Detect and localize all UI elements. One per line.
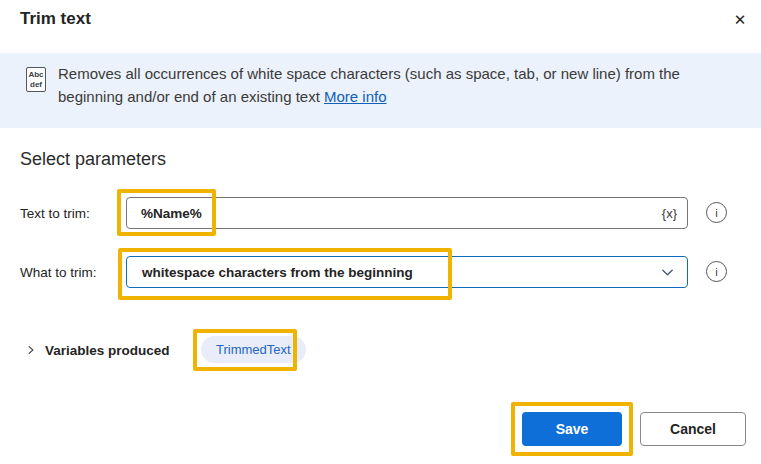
variable-picker-icon: {x} bbox=[662, 206, 677, 221]
trim-text-action-icon: Abc def bbox=[26, 67, 46, 92]
save-button[interactable]: Save bbox=[522, 412, 622, 446]
chevron-right-icon bbox=[26, 344, 36, 356]
page-title: Trim text bbox=[20, 9, 91, 29]
text-to-trim-info-icon[interactable]: i bbox=[706, 202, 727, 223]
action-description: Removes all occurrences of white space c… bbox=[58, 62, 732, 108]
select-parameters-heading: Select parameters bbox=[20, 149, 166, 170]
text-to-trim-label: Text to trim: bbox=[20, 206, 90, 221]
variables-produced-label: Variables produced bbox=[45, 343, 170, 358]
cancel-button[interactable]: Cancel bbox=[640, 412, 746, 446]
what-to-trim-select[interactable]: whitespace characters from the beginning bbox=[126, 256, 688, 288]
info-banner: Abc def Removes all occurrences of white… bbox=[0, 53, 761, 128]
text-to-trim-input[interactable]: %Name% {x} bbox=[126, 197, 688, 229]
variable-pill-trimmedtext[interactable]: TrimmedText bbox=[201, 336, 306, 363]
what-to-trim-label: What to trim: bbox=[20, 265, 97, 280]
text-to-trim-value: %Name% bbox=[127, 206, 202, 221]
close-button[interactable]: ✕ bbox=[724, 5, 756, 35]
what-to-trim-value: whitespace characters from the beginning bbox=[127, 265, 413, 280]
close-icon: ✕ bbox=[734, 11, 747, 28]
what-to-trim-info-icon[interactable]: i bbox=[706, 261, 727, 282]
chevron-down-icon bbox=[660, 265, 675, 280]
variables-produced-toggle[interactable]: Variables produced bbox=[26, 338, 170, 362]
more-info-link[interactable]: More info bbox=[324, 88, 387, 105]
variable-picker-button[interactable]: {x} bbox=[662, 206, 677, 221]
